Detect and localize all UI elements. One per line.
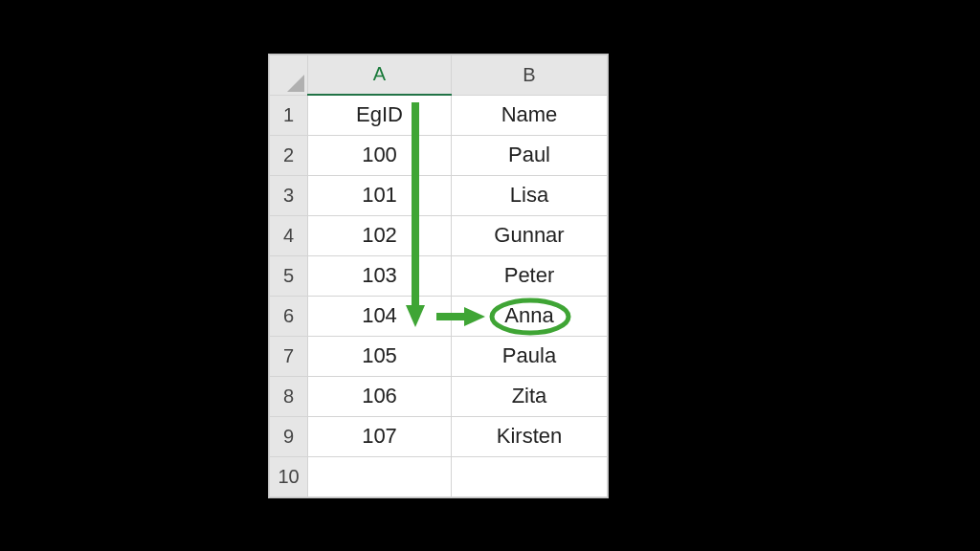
cell-B2[interactable]: Paul: [452, 135, 608, 175]
spreadsheet: A B 1 EgID Name 2 100 Paul 3 101 Lisa 4 …: [268, 54, 609, 498]
cell-A7[interactable]: 105: [308, 336, 452, 376]
cell-B4[interactable]: Gunnar: [452, 215, 608, 255]
grid[interactable]: A B 1 EgID Name 2 100 Paul 3 101 Lisa 4 …: [269, 55, 608, 497]
cell-A8[interactable]: 106: [308, 376, 452, 416]
cell-B7[interactable]: Paula: [452, 336, 608, 376]
row-header-7[interactable]: 7: [270, 336, 308, 376]
row-header-10[interactable]: 10: [270, 456, 308, 496]
cell-A10[interactable]: [308, 456, 452, 496]
col-header-A[interactable]: A: [308, 55, 452, 95]
cell-B8[interactable]: Zita: [452, 376, 608, 416]
cell-B5[interactable]: Peter: [452, 255, 608, 296]
cell-A1[interactable]: EgID: [308, 95, 452, 135]
col-header-B[interactable]: B: [452, 55, 608, 95]
cell-A5[interactable]: 103: [308, 255, 452, 296]
row-header-5[interactable]: 5: [270, 255, 308, 296]
cell-B10[interactable]: [452, 456, 608, 496]
cell-A3[interactable]: 101: [308, 175, 452, 215]
cell-A2[interactable]: 100: [308, 135, 452, 175]
row-header-8[interactable]: 8: [270, 376, 308, 416]
cell-B9[interactable]: Kirsten: [452, 416, 608, 456]
cell-B3[interactable]: Lisa: [452, 175, 608, 215]
cell-A9[interactable]: 107: [308, 416, 452, 456]
row-header-2[interactable]: 2: [270, 135, 308, 175]
select-all-corner[interactable]: [270, 55, 308, 95]
cell-A4[interactable]: 102: [308, 215, 452, 255]
cell-A6[interactable]: 104: [308, 296, 452, 336]
row-header-6[interactable]: 6: [270, 296, 308, 336]
row-header-4[interactable]: 4: [270, 215, 308, 255]
cell-B6[interactable]: Anna: [452, 296, 608, 336]
cell-B1[interactable]: Name: [452, 95, 608, 135]
row-header-3[interactable]: 3: [270, 175, 308, 215]
row-header-1[interactable]: 1: [270, 95, 308, 135]
row-header-9[interactable]: 9: [270, 416, 308, 456]
